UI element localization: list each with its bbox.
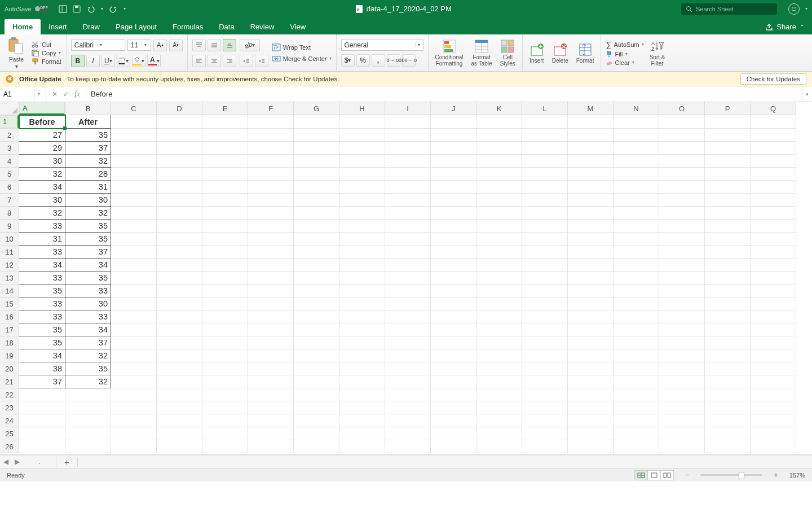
cell[interactable] [431, 349, 476, 362]
cell[interactable] [339, 362, 385, 375]
tab-review[interactable]: Review [242, 19, 283, 34]
cell[interactable] [614, 220, 659, 233]
cell[interactable] [614, 336, 659, 349]
cell[interactable] [294, 129, 339, 142]
column-header[interactable]: I [385, 102, 431, 115]
cell[interactable] [202, 414, 248, 427]
spreadsheet-grid[interactable]: ABCDEFGHIJKLMNOPQ1BeforeAfter22735329374… [0, 102, 812, 455]
cell[interactable] [751, 181, 796, 194]
cell[interactable] [431, 194, 476, 207]
cell[interactable] [157, 155, 202, 168]
cell[interactable] [157, 323, 202, 336]
cell[interactable] [111, 336, 157, 349]
formula-input[interactable]: Before [86, 86, 802, 102]
cell[interactable] [568, 168, 614, 181]
column-header[interactable]: N [614, 102, 659, 115]
fx-icon[interactable]: fx [74, 90, 80, 99]
cell[interactable] [157, 271, 202, 284]
cell[interactable] [751, 310, 796, 323]
bold-button[interactable]: B [71, 55, 85, 67]
row-header[interactable]: 9 [0, 220, 19, 233]
cell[interactable] [705, 220, 751, 233]
cell[interactable]: 32 [65, 207, 111, 220]
cell[interactable] [202, 194, 248, 207]
cell[interactable] [751, 129, 796, 142]
cell[interactable] [614, 297, 659, 310]
zoom-out-button[interactable]: − [682, 471, 693, 479]
cell[interactable] [659, 142, 705, 155]
align-left-button[interactable] [192, 55, 206, 67]
cell[interactable] [476, 115, 522, 129]
row-header[interactable]: 3 [0, 142, 19, 155]
cell[interactable]: 33 [19, 310, 65, 323]
cell[interactable]: 33 [19, 220, 65, 233]
cell[interactable] [339, 323, 385, 336]
column-header[interactable]: K [476, 102, 522, 115]
row-header[interactable]: 6 [0, 181, 19, 194]
cell[interactable] [202, 297, 248, 310]
cell[interactable] [431, 129, 476, 142]
row-header[interactable]: 16 [0, 310, 19, 323]
cell[interactable]: 33 [65, 284, 111, 297]
cell[interactable] [659, 336, 705, 349]
format-cells-button[interactable]: Format [574, 42, 597, 64]
cell[interactable] [294, 284, 339, 297]
cell[interactable] [614, 271, 659, 284]
cell[interactable] [476, 155, 522, 168]
fill-button[interactable]: Fill▾ [606, 51, 643, 58]
cell[interactable] [476, 336, 522, 349]
cell[interactable] [385, 207, 431, 220]
cell[interactable] [248, 362, 294, 375]
sheet-nav-next[interactable]: ▶ [11, 458, 23, 466]
cell[interactable] [157, 336, 202, 349]
cell[interactable] [751, 194, 796, 207]
border-button[interactable]: ▾ [117, 55, 130, 67]
cell[interactable] [157, 414, 202, 427]
cell[interactable] [111, 155, 157, 168]
cell[interactable]: Before [19, 115, 65, 129]
cell[interactable] [705, 207, 751, 220]
cell[interactable]: 27 [19, 129, 65, 142]
cell[interactable] [659, 284, 705, 297]
cell[interactable] [157, 207, 202, 220]
cell[interactable] [111, 168, 157, 181]
cell[interactable] [705, 194, 751, 207]
row-header[interactable]: 22 [0, 388, 19, 401]
window-icon[interactable] [59, 5, 67, 13]
orientation-button[interactable]: ab▾ [240, 39, 260, 51]
cell[interactable] [522, 259, 568, 271]
cell[interactable] [476, 323, 522, 336]
cell[interactable] [659, 401, 705, 414]
cell[interactable] [705, 259, 751, 271]
cell[interactable] [157, 246, 202, 259]
cell[interactable] [476, 401, 522, 414]
column-header[interactable]: G [294, 102, 339, 115]
cell[interactable] [522, 297, 568, 310]
cell[interactable] [202, 284, 248, 297]
cell[interactable] [568, 375, 614, 388]
cell[interactable] [568, 427, 614, 440]
cell[interactable] [157, 194, 202, 207]
format-painter-button[interactable]: Format [32, 58, 61, 65]
column-header[interactable]: E [202, 102, 248, 115]
cell[interactable] [202, 271, 248, 284]
cell[interactable] [111, 259, 157, 271]
tab-view[interactable]: View [282, 19, 314, 34]
cell[interactable] [65, 388, 111, 401]
cell[interactable] [248, 297, 294, 310]
cell[interactable] [111, 115, 157, 129]
cell[interactable] [522, 181, 568, 194]
cell[interactable] [385, 115, 431, 129]
cell[interactable] [659, 271, 705, 284]
cancel-formula-icon[interactable]: ✕ [52, 90, 58, 98]
cell[interactable] [202, 323, 248, 336]
cell[interactable] [202, 362, 248, 375]
cell[interactable] [65, 427, 111, 440]
row-header[interactable]: 5 [0, 168, 19, 181]
cell[interactable] [294, 259, 339, 271]
cell[interactable] [431, 440, 476, 453]
cell[interactable] [385, 427, 431, 440]
cell[interactable] [659, 427, 705, 440]
cell[interactable]: 32 [65, 375, 111, 388]
cell[interactable] [522, 168, 568, 181]
